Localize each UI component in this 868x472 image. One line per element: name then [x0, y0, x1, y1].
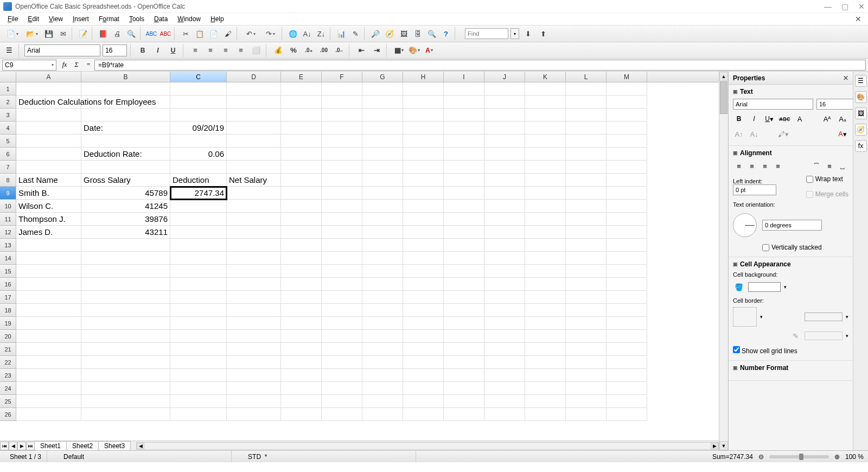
- cell-M22[interactable]: [607, 356, 647, 369]
- open-button[interactable]: 📂: [23, 27, 41, 40]
- cell-B10[interactable]: 41245: [81, 200, 170, 213]
- cell-E15[interactable]: [281, 265, 322, 278]
- cell-G26[interactable]: [362, 408, 403, 421]
- remove-decimal2-button[interactable]: .0₋: [333, 44, 346, 56]
- cell-H11[interactable]: [403, 213, 444, 226]
- cell-B7[interactable]: [81, 161, 170, 174]
- border-color-icon[interactable]: ✎: [789, 330, 801, 342]
- col-header-C[interactable]: C: [170, 72, 227, 82]
- cell-E6[interactable]: [281, 148, 322, 161]
- zoom-in-button[interactable]: ⊕: [834, 453, 840, 461]
- copy-button[interactable]: 📋: [193, 27, 206, 40]
- sidebar-tab-styles[interactable]: 🎨: [855, 91, 867, 103]
- cell-H24[interactable]: [403, 382, 444, 395]
- format-paintbrush-button[interactable]: 🖌: [221, 27, 234, 40]
- border-color-combo[interactable]: [805, 331, 843, 340]
- cell-F13[interactable]: [322, 239, 362, 252]
- bg-fill-icon[interactable]: 🪣: [733, 281, 745, 293]
- cell-J20[interactable]: [484, 330, 525, 343]
- cell-H26[interactable]: [403, 408, 444, 421]
- cell-D21[interactable]: [227, 343, 281, 356]
- cell-L22[interactable]: [566, 356, 607, 369]
- cell-G9[interactable]: [362, 187, 403, 200]
- cell-F21[interactable]: [322, 343, 362, 356]
- cell-J16[interactable]: [484, 278, 525, 291]
- cell-E13[interactable]: [281, 239, 322, 252]
- menu-help[interactable]: Help: [206, 14, 228, 24]
- font-color-button[interactable]: A: [423, 44, 436, 56]
- styles-button[interactable]: ☰: [3, 44, 15, 56]
- cell-F20[interactable]: [322, 330, 362, 343]
- cell-J15[interactable]: [484, 265, 525, 278]
- cell-F6[interactable]: [322, 148, 362, 161]
- cell-L4[interactable]: [566, 122, 607, 135]
- cell-H6[interactable]: [403, 148, 444, 161]
- cell-M6[interactable]: [607, 148, 647, 161]
- cell-I11[interactable]: [444, 213, 484, 226]
- cell-G2[interactable]: [362, 95, 403, 109]
- cell-G1[interactable]: [362, 82, 403, 95]
- merge-cells-button[interactable]: ⬜: [250, 44, 263, 56]
- cell-F8[interactable]: [322, 174, 362, 187]
- cell-B24[interactable]: [81, 382, 170, 395]
- col-header-A[interactable]: A: [16, 72, 81, 82]
- cell-J2[interactable]: [484, 95, 525, 109]
- cell-E12[interactable]: [281, 226, 322, 239]
- cell-B20[interactable]: [81, 330, 170, 343]
- cell-I22[interactable]: [444, 356, 484, 369]
- zoom-slider[interactable]: [769, 455, 829, 458]
- cell-F9[interactable]: [322, 187, 362, 200]
- cell-C18[interactable]: [170, 304, 227, 317]
- cell-E25[interactable]: [281, 395, 322, 408]
- cell-D9[interactable]: [227, 187, 281, 200]
- cell-L18[interactable]: [566, 304, 607, 317]
- cell-M10[interactable]: [607, 200, 647, 213]
- cell-L26[interactable]: [566, 408, 607, 421]
- find-next-button[interactable]: ⬇: [521, 27, 534, 40]
- row-header-21[interactable]: 21: [0, 343, 16, 356]
- cell-G13[interactable]: [362, 239, 403, 252]
- cell-H18[interactable]: [403, 304, 444, 317]
- cell-M1[interactable]: [607, 82, 647, 95]
- cell-J5[interactable]: [484, 135, 525, 148]
- cell-L13[interactable]: [566, 239, 607, 252]
- cell-C22[interactable]: [170, 356, 227, 369]
- cell-K26[interactable]: [525, 408, 566, 421]
- cell-J6[interactable]: [484, 148, 525, 161]
- cell-K9[interactable]: [525, 187, 566, 200]
- cell-I4[interactable]: [444, 122, 484, 135]
- cell-D4[interactable]: [227, 122, 281, 135]
- vertical-scrollbar[interactable]: ▲▼: [719, 72, 728, 450]
- cell-A25[interactable]: [16, 395, 81, 408]
- cell-H14[interactable]: [403, 252, 444, 265]
- row-header-15[interactable]: 15: [0, 265, 16, 278]
- cell-M4[interactable]: [607, 122, 647, 135]
- cell-M13[interactable]: [607, 239, 647, 252]
- cell-B22[interactable]: [81, 356, 170, 369]
- cell-I1[interactable]: [444, 82, 484, 95]
- font-name-combo[interactable]: [24, 44, 100, 56]
- increase-indent-button[interactable]: ⇥: [370, 44, 383, 56]
- cell-L8[interactable]: [566, 174, 607, 187]
- cell-G11[interactable]: [362, 213, 403, 226]
- cell-I23[interactable]: [444, 369, 484, 382]
- cell-D1[interactable]: [227, 82, 281, 95]
- cell-M7[interactable]: [607, 161, 647, 174]
- cell-C2[interactable]: [170, 95, 227, 109]
- align-center-button[interactable]: ≡: [204, 44, 217, 56]
- cell-L5[interactable]: [566, 135, 607, 148]
- cell-C1[interactable]: [170, 82, 227, 95]
- row-header-13[interactable]: 13: [0, 239, 16, 252]
- cell-C12[interactable]: [170, 226, 227, 239]
- sum-button[interactable]: Σ: [71, 60, 82, 71]
- cell-E9[interactable]: [281, 187, 322, 200]
- cell-C16[interactable]: [170, 278, 227, 291]
- cell-G22[interactable]: [362, 356, 403, 369]
- cell-D6[interactable]: [227, 148, 281, 161]
- cell-H3[interactable]: [403, 109, 444, 122]
- bold-button[interactable]: B: [136, 44, 149, 56]
- props-italic-button[interactable]: I: [748, 113, 760, 125]
- cell-I10[interactable]: [444, 200, 484, 213]
- cell-F18[interactable]: [322, 304, 362, 317]
- cell-E16[interactable]: [281, 278, 322, 291]
